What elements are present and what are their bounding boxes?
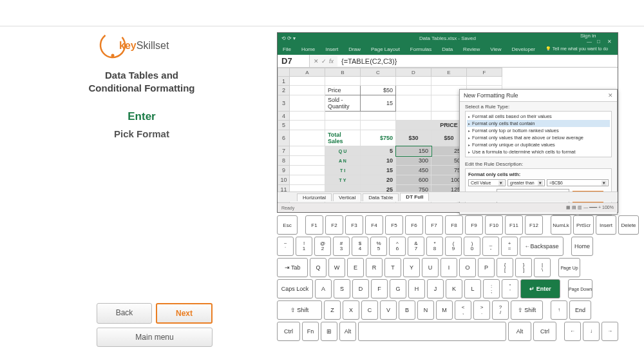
condition-value-input[interactable]: =$C$6 xyxy=(547,179,609,186)
key[interactable]: {[ xyxy=(497,258,513,277)
key[interactable]: <, xyxy=(455,300,471,320)
key[interactable]: %5 xyxy=(370,237,387,256)
key[interactable]: #3 xyxy=(333,237,350,256)
key[interactable]: ⇥ Tab xyxy=(277,258,308,277)
key[interactable]: Ctrl xyxy=(277,322,300,341)
key[interactable]: $4 xyxy=(352,237,368,256)
rule-option[interactable]: Format only top or bottom ranked values xyxy=(467,127,610,134)
next-button[interactable]: Next xyxy=(156,303,213,324)
key[interactable]: F6 xyxy=(405,215,423,235)
ribbon-tab-formulas[interactable]: Formulas xyxy=(408,45,434,54)
close-icon[interactable]: ✕ xyxy=(607,39,614,44)
ribbon-tab-file[interactable]: File xyxy=(280,45,294,54)
key[interactable]: ~` xyxy=(277,237,294,256)
key[interactable]: F8 xyxy=(445,215,463,235)
sheet-tab[interactable]: Horizontal xyxy=(297,193,332,201)
condition-operator-combo[interactable]: greater than xyxy=(507,179,545,186)
key[interactable]: M xyxy=(436,300,453,320)
ribbon-tab-review[interactable]: Review xyxy=(460,45,482,54)
key[interactable]: Esc xyxy=(277,215,298,235)
key[interactable]: ↑ xyxy=(551,300,567,320)
key[interactable]: Home xyxy=(571,237,593,256)
key[interactable]: NumLk xyxy=(551,215,571,235)
formula-input[interactable]: {=TABLE(C2,C3)} xyxy=(337,56,618,66)
key[interactable]: ⊞ xyxy=(321,322,337,341)
key[interactable]: @2 xyxy=(314,237,331,256)
rule-option[interactable]: Format only unique or duplicate values xyxy=(467,141,610,148)
key[interactable]: Caps Lock xyxy=(277,279,313,299)
ribbon-tab-insert[interactable]: Insert xyxy=(323,45,341,54)
ribbon-tab-draw[interactable]: Draw xyxy=(346,45,363,54)
key[interactable]: F7 xyxy=(425,215,443,235)
key[interactable]: D xyxy=(352,279,369,299)
sheet-tab[interactable]: DT Full xyxy=(400,193,429,201)
key[interactable]: F1 xyxy=(305,215,323,235)
key[interactable]: ←Backspase xyxy=(520,237,564,256)
back-button[interactable]: Back xyxy=(97,303,152,324)
key[interactable]: Ctrl xyxy=(533,322,556,341)
key[interactable]: K xyxy=(446,279,462,299)
key[interactable]: &7 xyxy=(408,237,424,256)
key[interactable]: |\ xyxy=(534,258,551,277)
cancel-formula-icon[interactable]: ✕ xyxy=(314,58,319,64)
enter-key[interactable]: ↵ Enter xyxy=(520,279,560,299)
key[interactable]: ⇧ Shift xyxy=(277,300,322,320)
ribbon-tab-pagelayout[interactable]: Page Layout xyxy=(368,45,402,54)
key[interactable]: Delete xyxy=(618,215,639,235)
space-key[interactable] xyxy=(358,322,506,341)
key[interactable]: T xyxy=(384,258,401,277)
key[interactable]: L xyxy=(464,279,481,299)
key[interactable]: End xyxy=(569,300,591,320)
dialog-close-icon[interactable]: ✕ xyxy=(608,92,613,99)
key[interactable]: F9 xyxy=(465,215,483,235)
key[interactable]: )0 xyxy=(464,237,480,256)
key[interactable]: ⇧ Shift xyxy=(511,300,543,320)
tell-me-search[interactable]: 💡 Tell me what you want to do xyxy=(543,45,611,53)
key[interactable]: B xyxy=(399,300,415,320)
key[interactable]: :; xyxy=(483,279,500,299)
confirm-formula-icon[interactable]: ✓ xyxy=(321,58,327,64)
key[interactable]: P xyxy=(478,258,495,277)
key[interactable]: F11 xyxy=(505,215,523,235)
key[interactable]: += xyxy=(501,237,518,256)
key[interactable]: A xyxy=(315,279,332,299)
key[interactable]: Y xyxy=(403,258,420,277)
key[interactable]: R xyxy=(366,258,383,277)
key[interactable]: *8 xyxy=(426,237,443,256)
key[interactable]: Page Down xyxy=(568,279,592,299)
key[interactable]: Alt xyxy=(508,322,531,341)
key[interactable]: → xyxy=(601,322,618,341)
key[interactable]: Insert xyxy=(596,215,616,235)
key[interactable]: >. xyxy=(473,300,490,320)
key[interactable]: O xyxy=(459,258,476,277)
sheet-tab[interactable]: Vertical xyxy=(333,193,361,201)
key[interactable]: U xyxy=(422,258,439,277)
key[interactable]: E xyxy=(347,258,364,277)
rule-option[interactable]: Format only cells that contain xyxy=(467,120,610,127)
key[interactable]: F12 xyxy=(525,215,543,235)
key[interactable]: G xyxy=(390,279,406,299)
ribbon-tab-data[interactable]: Data xyxy=(439,45,455,54)
key[interactable]: !1 xyxy=(296,237,312,256)
key[interactable]: F2 xyxy=(325,215,343,235)
minimize-icon[interactable]: — xyxy=(587,39,593,44)
rule-option[interactable]: Format all cells based on their values xyxy=(467,113,610,120)
key[interactable]: F10 xyxy=(485,215,503,235)
ribbon-tab-home[interactable]: Home xyxy=(299,45,317,54)
signin-link[interactable]: Sign in xyxy=(580,33,596,39)
key[interactable]: Z xyxy=(324,300,341,320)
key[interactable]: Q xyxy=(310,258,327,277)
fx-icon[interactable]: fx xyxy=(329,58,334,64)
key[interactable]: F4 xyxy=(365,215,383,235)
ribbon-tab-developer[interactable]: Developer xyxy=(509,45,538,54)
key[interactable]: ← xyxy=(564,322,581,341)
key[interactable]: F xyxy=(371,279,388,299)
condition-field-combo[interactable]: Cell Value xyxy=(468,179,506,186)
key[interactable]: S xyxy=(334,279,350,299)
sheet-tab[interactable]: Data Table xyxy=(363,193,399,201)
ribbon-tab-view[interactable]: View xyxy=(488,45,504,54)
main-menu-button[interactable]: Main menu xyxy=(97,328,213,347)
key[interactable]: Page Up xyxy=(558,258,580,277)
name-box[interactable]: D7 xyxy=(278,55,310,67)
key[interactable]: "' xyxy=(502,279,518,299)
